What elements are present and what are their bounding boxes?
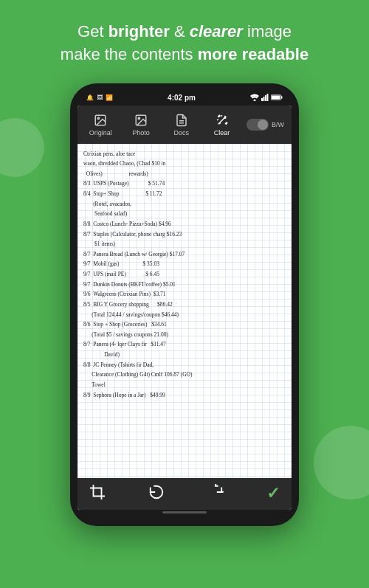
hw-line-6: Seafood salad) <box>83 210 288 218</box>
header-area: Get brighter & clearer image make the co… <box>0 0 369 80</box>
clear-label: Clear <box>214 129 230 136</box>
wand-icon <box>214 113 230 128</box>
photo-label: Photo <box>132 129 150 136</box>
svg-point-0 <box>253 99 255 101</box>
svg-point-9 <box>98 117 100 119</box>
header-clearer: clearer <box>190 22 243 41</box>
app-screen: Original Photo <box>77 106 292 510</box>
toggle-knob <box>258 120 268 130</box>
crop-icon[interactable] <box>89 484 106 504</box>
svg-point-11 <box>138 117 139 119</box>
doc-paper: Ctrixian pens, aloe tace waon, shredded … <box>77 144 292 478</box>
docs-icon <box>173 113 190 128</box>
svg-rect-4 <box>266 94 268 101</box>
toggle-switch[interactable] <box>246 119 269 131</box>
svg-line-15 <box>217 119 218 120</box>
svg-rect-1 <box>261 98 263 101</box>
hw-line-24: 8/9 Sephora (Hope in a Jar) $49.99 <box>83 391 288 400</box>
image-status-icon: 🖼 <box>97 94 103 101</box>
toolbar-docs[interactable]: Docs <box>162 110 202 139</box>
status-right <box>250 94 283 103</box>
hw-line-1: waon, shredded Chaoo, (Chad $10 in <box>83 159 288 168</box>
svg-line-16 <box>221 115 222 117</box>
doc-area: Ctrixian pens, aloe tace waon, shredded … <box>77 144 292 478</box>
original-icon <box>92 113 108 128</box>
toolbar-clear[interactable]: Clear <box>201 110 242 139</box>
header-make: make the contents <box>61 45 198 63</box>
photo-icon <box>133 113 149 128</box>
hw-line-19: 8/7 Panera (4- lqer Clays fir $11.47 <box>83 340 288 349</box>
hw-line-18: (Total $5 / savings coupons 21.00) <box>83 331 288 339</box>
hw-line-3: 8/3 USPS (Postage) $ 51.74 <box>83 179 288 188</box>
svg-rect-7 <box>272 95 280 99</box>
hw-line-11: 9/7 Mobil (gas) $ 35.03 <box>83 260 288 269</box>
confirm-button[interactable]: ✓ <box>266 484 280 503</box>
header-more-readable: more readable <box>198 45 308 63</box>
hw-line-4: 8/4 Stop+ Shop $ 11.72 <box>83 190 288 198</box>
handwritten-lines: Ctrixian pens, aloe tace waon, shredded … <box>83 150 288 401</box>
sim-icon: 📶 <box>106 94 113 101</box>
original-label: Original <box>89 129 112 136</box>
toolbar: Original Photo <box>77 106 292 144</box>
hw-line-13: 9/7 Dunkin Donuts (BKFT/coffee) $5.01 <box>83 280 288 289</box>
hw-line-15: 8/5 BIG Y Grocery shopping $86.42 <box>83 300 288 309</box>
rotate-left-icon[interactable] <box>148 484 165 504</box>
hw-line-8: 8/7 Staples (Calculator, phone charg $16… <box>83 230 288 239</box>
status-bar: 🔔 🖼 📶 4:02 pm <box>77 92 292 106</box>
header-line2: make the contents more readable <box>22 44 347 66</box>
status-time: 4:02 pm <box>168 94 196 102</box>
svg-rect-3 <box>265 95 266 101</box>
hw-line-5: (Rotel, avacados, <box>83 200 288 209</box>
svg-rect-2 <box>263 97 264 101</box>
header-line1: Get brighter & clearer image <box>22 21 347 44</box>
header-image: image <box>243 22 292 41</box>
battery-icon <box>271 94 283 103</box>
docs-label: Docs <box>174 129 190 136</box>
bottom-bar: ✓ <box>77 478 292 510</box>
header-amp: & <box>170 22 190 41</box>
notification-icon: 🔔 <box>86 94 94 101</box>
home-bar <box>77 510 292 517</box>
hw-line-9: $1 items) <box>83 240 288 249</box>
hw-line-17: 8/6 Stop + Shop (Groceries) $34.61 <box>83 320 288 329</box>
svg-rect-6 <box>281 96 283 98</box>
hw-line-10: 8/7 Panera Bread (Lunch w/ Georgie) $17.… <box>83 250 288 259</box>
hw-line-22: Clearance (Clothing) G4t) Cmlf 106.87 (G… <box>83 370 288 379</box>
home-bar-line <box>162 511 207 513</box>
wifi-icon <box>250 94 259 103</box>
hw-line-20: David) <box>83 350 288 359</box>
status-left: 🔔 🖼 📶 <box>86 94 113 101</box>
signal-icon <box>261 94 269 103</box>
phone-mockup: 🔔 🖼 📶 4:02 pm <box>70 83 299 526</box>
hw-line-0: Ctrixian pens, aloe tace <box>83 150 288 159</box>
hw-line-2: Olives) rewards) <box>83 170 288 179</box>
hw-line-7: 8/8 Costco (Lunch- Pizza+Soda) $4.96 <box>83 220 288 229</box>
header-get: Get <box>77 22 108 41</box>
hw-line-12: 9/7 UPS (mail PE) $ 6.45 <box>83 270 288 279</box>
hw-line-14: 9/6 Walgreens (Ctrixian Pins) $3.71 <box>83 290 288 299</box>
hw-line-23: Towel <box>83 381 288 390</box>
toolbar-photo[interactable]: Photo <box>121 110 162 139</box>
rotate-right-icon[interactable] <box>207 484 224 504</box>
toolbar-original[interactable]: Original <box>80 110 121 139</box>
hw-line-16: (Total 124.44 / savings/coupon $46.44) <box>83 311 288 319</box>
bw-toggle[interactable]: B/W <box>242 117 289 132</box>
hw-line-21: 8/8 JC Penney (Tshirts fir Dad, <box>83 361 288 370</box>
bw-label: B/W <box>272 121 284 128</box>
header-brighter: brighter <box>108 22 170 41</box>
